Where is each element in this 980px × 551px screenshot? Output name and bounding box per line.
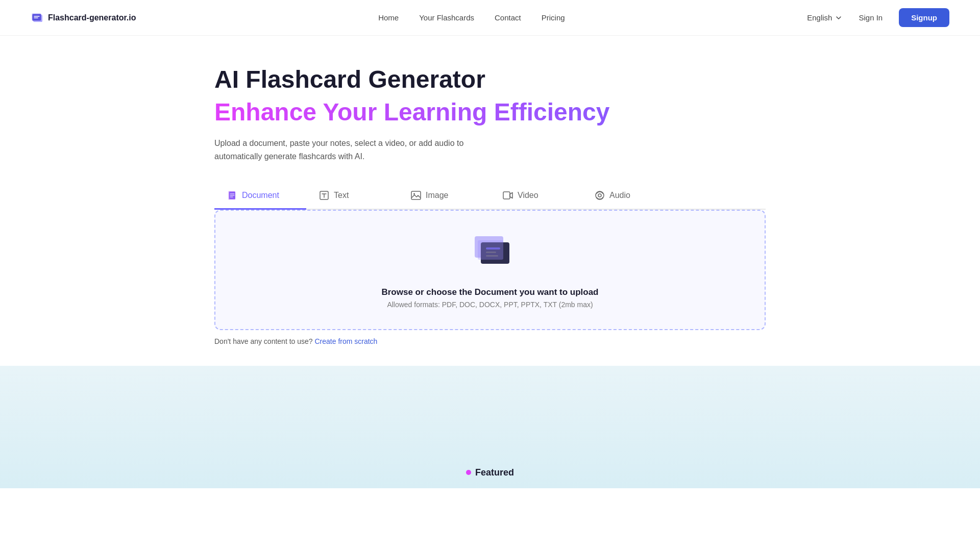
tab-document-label: Document <box>242 191 279 200</box>
svg-point-16 <box>598 194 601 197</box>
create-from-scratch-link[interactable]: Create from scratch <box>314 337 377 345</box>
chevron-down-icon <box>835 14 842 21</box>
nav-link-flashcards[interactable]: Your Flashcards <box>419 13 474 22</box>
featured-text: Featured <box>475 467 514 478</box>
document-icon <box>227 190 238 201</box>
upload-subtitle: Allowed formats: PDF, DOC, DOCX, PPT, PP… <box>387 300 593 309</box>
tab-text[interactable]: Text <box>306 184 398 210</box>
featured-label: Featured <box>466 467 514 478</box>
language-label: English <box>807 13 832 22</box>
scratch-prefix-text: Don't have any content to use? <box>214 337 313 345</box>
svg-rect-22 <box>478 240 503 260</box>
nav-link-home[interactable]: Home <box>378 13 399 22</box>
svg-point-13 <box>413 193 415 194</box>
tab-document[interactable]: Document <box>214 184 306 210</box>
nav-link-pricing[interactable]: Pricing <box>542 13 565 22</box>
svg-rect-14 <box>503 192 510 199</box>
tab-content: Browse or choose the Document you want t… <box>214 210 766 330</box>
image-icon <box>410 190 422 201</box>
main-content: AI Flashcard Generator Enhance Your Lear… <box>184 36 796 366</box>
upload-title: Browse or choose the Document you want t… <box>381 287 598 297</box>
tab-image[interactable]: Image <box>398 184 490 210</box>
logo-icon <box>31 11 44 24</box>
tab-image-label: Image <box>426 191 448 200</box>
text-icon <box>318 190 330 201</box>
logo-text: Flashcard-generator.io <box>48 13 136 22</box>
navbar: Flashcard-generator.io Home Your Flashca… <box>0 0 980 36</box>
bottom-section: Featured <box>0 366 980 488</box>
svg-rect-12 <box>411 191 421 199</box>
upload-illustration <box>459 231 521 277</box>
language-selector[interactable]: English <box>807 13 842 22</box>
tab-video[interactable]: Video <box>490 184 582 210</box>
svg-point-15 <box>596 191 604 199</box>
video-icon <box>502 190 513 201</box>
hero-description: Upload a document, paste your notes, sel… <box>214 137 500 163</box>
featured-dot-icon <box>466 470 471 475</box>
tab-audio-label: Audio <box>609 191 630 200</box>
nav-right: English Sign In Signup <box>807 8 949 27</box>
signin-button[interactable]: Sign In <box>852 9 889 26</box>
upload-dropzone[interactable]: Browse or choose the Document you want t… <box>214 210 766 330</box>
tab-audio[interactable]: Audio <box>582 184 674 210</box>
hero-title-line1: AI Flashcard Generator <box>214 66 766 93</box>
tab-text-label: Text <box>334 191 349 200</box>
tab-video-label: Video <box>518 191 538 200</box>
logo[interactable]: Flashcard-generator.io <box>31 11 136 24</box>
signup-button[interactable]: Signup <box>899 8 949 27</box>
audio-icon <box>594 190 605 201</box>
input-tabs: Document Text Image Video <box>214 184 766 210</box>
nav-links: Home Your Flashcards Contact Pricing <box>378 13 565 22</box>
nav-link-contact[interactable]: Contact <box>495 13 521 22</box>
hero-title-gradient: Enhance Your Learning Efficiency <box>214 97 766 127</box>
scratch-prompt: Don't have any content to use? Create fr… <box>214 337 766 345</box>
svg-rect-2 <box>32 14 41 21</box>
